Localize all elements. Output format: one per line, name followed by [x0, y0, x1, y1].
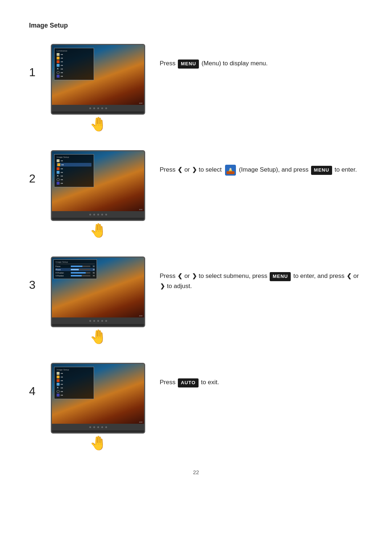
step-3-row: 3 Image Setup Focus 50 Phase 38	[29, 257, 363, 345]
chevron-right-3b: ❯	[160, 282, 165, 291]
step-2-screen: Image Setup ●● ●● ●● ●●	[52, 151, 144, 211]
osd-row-2-2: ●●	[57, 163, 91, 167]
brand-logo-2: aoc	[139, 208, 143, 210]
osd-sub-row-1: Focus 50	[56, 265, 95, 267]
step-2-image-col: Image Setup ●● ●● ●● ●●	[51, 150, 145, 238]
base-dot-5	[105, 107, 107, 109]
base-dot-3	[97, 107, 99, 109]
svg-point-3	[229, 168, 232, 170]
brand-logo-4: aoc	[139, 421, 143, 423]
base-dot-1	[89, 107, 91, 109]
osd-title-4: Image Setup	[57, 369, 91, 371]
osd-label-1: ●●	[61, 53, 63, 56]
step-3-desc: Press ❮ or ❯ to select submenu, press ME…	[160, 257, 363, 291]
osd-label-4: ●●	[61, 64, 63, 66]
osd-label-7: ●●	[61, 75, 63, 77]
osd-title-2: Image Setup	[57, 156, 91, 158]
osd-row-2-3: ●●	[57, 167, 91, 170]
step-1-osd: Luminance ●● ●● ●● ●●	[54, 48, 94, 80]
osd-sub-title-3: Image Setup	[56, 261, 95, 264]
step-2-hand-icon: 🤚	[90, 222, 107, 238]
step-4-image-col: Image Setup ●● ●● ●● ●●	[51, 363, 145, 451]
chevron-right-3a: ❯	[192, 271, 197, 281]
chevron-left-2: ❮	[177, 165, 182, 175]
monitor-base-1	[52, 105, 144, 111]
osd-sub-row-3: H-Position 56	[56, 272, 95, 274]
base-dot-4	[101, 107, 103, 109]
brand-logo-3: aoc	[139, 315, 143, 317]
osd-row-7: ●●	[57, 75, 91, 78]
page-number: 22	[29, 469, 363, 475]
step-2-row: 2 Image Setup ●● ●●	[29, 150, 363, 238]
step-1-monitor: Luminance ●● ●● ●● ●●	[51, 44, 145, 115]
osd-row-1: ●●	[57, 53, 91, 56]
osd-row-2: ●●	[57, 57, 91, 59]
step-3-image-col: Image Setup Focus 50 Phase 38 H-Position	[51, 257, 145, 345]
step-4-row: 4 Image Setup ●● ●● ●●	[29, 363, 363, 451]
step-3-screen: Image Setup Focus 50 Phase 38 H-Position	[52, 258, 144, 317]
osd-row-3: ●●	[57, 60, 91, 63]
step-4-hand-icon: 🤚	[90, 435, 107, 451]
step-2-osd: Image Setup ●● ●● ●● ●●	[54, 154, 94, 187]
monitor-base-3	[52, 317, 144, 324]
step-1-row: 1 Luminance ●● ●●	[29, 44, 363, 132]
step-4-desc: Press AUTO to exit.	[160, 363, 363, 387]
image-setup-svg-icon	[225, 165, 236, 176]
step-2-desc: Press ❮ or ❯ to select (Image Setup), an…	[160, 150, 363, 176]
osd-row-2-7: ●●	[57, 182, 91, 185]
osd-title-1: Luminance	[57, 50, 91, 52]
osd-row-2-5: ✕ ●●	[57, 175, 91, 177]
osd-row-4-7: ●●	[57, 394, 91, 397]
osd-row-6: ●●	[57, 71, 91, 74]
osd-row-4-1: ●●	[57, 372, 91, 375]
osd-row-4-2: ●●	[57, 376, 91, 378]
osd-sub-row-2: Phase 38	[56, 268, 95, 271]
osd-label-2: ●●	[61, 57, 63, 59]
chevron-right-2: ❯	[192, 165, 197, 175]
step-1-screen: Luminance ●● ●● ●● ●●	[52, 45, 144, 105]
step-2-monitor: Image Setup ●● ●● ●● ●●	[51, 150, 145, 221]
step-1-desc: Press MENU (Menu) to display menu.	[160, 44, 363, 69]
monitor-base-2	[52, 211, 144, 218]
osd-row-4-5: ✕ ●●	[57, 386, 91, 389]
step-4-osd: Image Setup ●● ●● ●● ●●	[54, 367, 94, 399]
menu-key-1: MENU	[178, 59, 199, 69]
osd-row-4-3: ●●	[57, 379, 91, 382]
step-1-number: 1	[29, 66, 51, 79]
osd-label-5: ●●	[61, 68, 63, 70]
osd-row-5: ✕ ●●	[57, 67, 91, 70]
monitor-base-4	[52, 424, 144, 430]
osd-label-3: ●●	[61, 61, 63, 63]
auto-key-4: AUTO	[178, 378, 199, 387]
step-2-number: 2	[29, 172, 51, 185]
page-title: Image Setup	[29, 22, 363, 29]
base-dot-2	[93, 107, 95, 109]
menu-key-2: MENU	[311, 166, 332, 175]
osd-label-6: ●●	[61, 71, 63, 74]
osd-row-2-1: ●●	[57, 159, 91, 162]
osd-row-2-6: ●●	[57, 178, 91, 181]
menu-key-3: MENU	[270, 272, 291, 281]
step-3-hand-icon: 🤚	[90, 329, 107, 345]
step-3-number: 3	[29, 278, 51, 292]
brand-logo-1: aoc	[139, 102, 143, 104]
step-3-submenu: Image Setup Focus 50 Phase 38 H-Position	[53, 259, 97, 279]
osd-row-2-4: ●●	[57, 171, 91, 174]
osd-sub-row-4: V-Position 44	[56, 275, 95, 277]
step-1-image-col: Luminance ●● ●● ●● ●●	[51, 44, 145, 132]
step-4-monitor: Image Setup ●● ●● ●● ●●	[51, 363, 145, 434]
osd-row-4-6: ●●	[57, 390, 91, 393]
svg-rect-2	[226, 171, 234, 174]
step-1-hand-icon: 🤚	[90, 116, 107, 132]
osd-row-4: ●●	[57, 64, 91, 67]
step-4-number: 4	[29, 385, 51, 398]
chevron-left-3b: ❮	[347, 271, 351, 281]
osd-row-4-4: ●●	[57, 383, 91, 386]
step-4-screen: Image Setup ●● ●● ●● ●●	[52, 364, 144, 424]
step-3-monitor: Image Setup Focus 50 Phase 38 H-Position	[51, 257, 145, 327]
chevron-left-3a: ❮	[177, 271, 182, 281]
